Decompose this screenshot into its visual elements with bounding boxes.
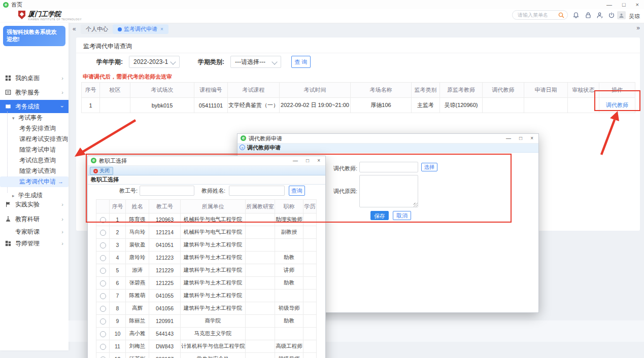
select-teacher-button[interactable]: 选择 xyxy=(421,163,437,171)
dialog-titlebar: e 调代教师申请 — □ × xyxy=(238,134,538,144)
radio-button[interactable] xyxy=(100,356,106,358)
sidebar-item-exam-info-query[interactable]: 考试信息查询 xyxy=(0,155,69,166)
radio-button[interactable] xyxy=(100,344,106,350)
substitute-reason-textarea[interactable] xyxy=(359,175,418,207)
cell-staff-id: 041056 xyxy=(149,302,181,315)
staff-row[interactable]: 12 江芳彬 990127 学生与安全处 初级导师 xyxy=(96,353,317,358)
staff-row[interactable]: 3 裴钦盈 041051 建筑科学与土木工程学院 xyxy=(96,239,317,252)
cell-degree xyxy=(303,277,317,290)
home-page-tab[interactable]: e 首页 xyxy=(3,1,22,9)
radio-button[interactable] xyxy=(100,331,106,337)
radio-button[interactable] xyxy=(100,242,106,248)
app-window: e 首页 — □ × 厦门工学院 XIAMEN INSTITUTE OF TEC… xyxy=(0,0,644,358)
power-icon[interactable] xyxy=(608,12,615,19)
save-button[interactable]: 保存 xyxy=(370,211,389,220)
sidebar-item-education-research[interactable]: 教育科研 › xyxy=(0,212,69,226)
radio-button[interactable] xyxy=(100,293,106,299)
radio-button[interactable] xyxy=(100,318,106,325)
staff-row[interactable]: 8 高辉 041056 建筑科学与土木工程学院 初级导师 xyxy=(96,302,317,315)
content-tabstrip: « 个人中心 监考调代申请 × » xyxy=(71,23,644,37)
sidebar-item-label: 教学服务 xyxy=(15,88,40,97)
staff-id-input[interactable] xyxy=(140,186,194,196)
cell-radio xyxy=(96,315,110,328)
sidebar-collapse-toggle[interactable]: « xyxy=(73,25,76,32)
radio-button[interactable] xyxy=(100,268,106,274)
sub-item-label: 随堂考试查询 xyxy=(19,167,56,174)
dialog-minimize-button[interactable]: — xyxy=(506,134,511,143)
radio-button[interactable] xyxy=(100,230,106,236)
table-row: 1 bybk015 05411101 文学经典鉴赏（一） 2022-09-02 … xyxy=(82,98,635,113)
sub-item-label: 监考调代申请 xyxy=(19,178,56,185)
cell-name: 陈丽兰 xyxy=(126,315,149,328)
radio-button[interactable] xyxy=(100,280,106,287)
term-select[interactable]: 2022-2023-1 xyxy=(129,56,180,68)
staff-row[interactable]: 10 高小雅 544143 马克思主义学院 xyxy=(96,328,317,340)
window-minimize-button[interactable]: — xyxy=(606,0,612,9)
staff-row[interactable]: 2 马向玲 121214 机械科学与电气工程学院 副教授 xyxy=(96,226,317,239)
sidebar-item-teaching-services[interactable]: 教学服务 › xyxy=(0,86,69,99)
staff-row[interactable]: 11 刘梅兰 DW843 计算机科学与信息工程学院 高级工程师 xyxy=(96,340,317,353)
staff-query-button[interactable]: 查询 xyxy=(289,186,305,196)
dialog-tabbar: × 调代教师申请 xyxy=(238,144,538,153)
search-icon[interactable] xyxy=(558,12,564,18)
sidebar-item-class-exam-query[interactable]: 随堂考试查询 xyxy=(0,166,69,176)
staff-row[interactable]: 5 游涛 121229 建筑科学与土木工程学院 讲师 xyxy=(96,264,317,277)
column-header: 学历 xyxy=(303,200,317,213)
tab-close-icon[interactable]: × xyxy=(160,24,163,34)
cell-exam-room: 厚德106 xyxy=(351,98,412,113)
sidebar-item-mentor-management[interactable]: 导师管理 › xyxy=(0,237,69,250)
type-select[interactable]: ---请选择--- xyxy=(230,56,281,68)
staff-name-input[interactable] xyxy=(229,186,285,196)
dialog-close-button[interactable]: × xyxy=(530,134,533,143)
tabstrip-expand-toggle[interactable]: » xyxy=(636,24,640,31)
radio-button[interactable] xyxy=(100,217,106,223)
cell-index: 9 xyxy=(110,315,126,328)
substitute-teacher-link[interactable]: 调代教师 xyxy=(606,102,628,108)
radio-button[interactable] xyxy=(100,306,106,312)
sidebar-item-invigilation-substitute-application[interactable]: 监考调代申请 → xyxy=(0,176,69,187)
staff-row[interactable]: 1 陈育强 120963 机械科学与电气工程学院 助理实验师 xyxy=(96,213,317,226)
user-name[interactable]: 吴琼 xyxy=(629,13,640,20)
radio-button[interactable] xyxy=(100,255,106,261)
tree-node-label: 考试事务 xyxy=(18,114,43,121)
close-toolbar-button[interactable]: × 关闭 xyxy=(90,167,113,175)
tree-node-exam-affairs[interactable]: ▾ 考试事务 xyxy=(0,112,69,123)
cell-title: 初级导师 xyxy=(275,302,303,315)
menu-search xyxy=(512,10,568,20)
sidebar-item-my-desktop[interactable]: 我的桌面 › xyxy=(0,71,69,85)
menu-search-input[interactable] xyxy=(513,12,558,18)
cell-radio xyxy=(96,277,110,290)
sidebar-item-course-exam-arrangement-query[interactable]: 课程考试安排查询 xyxy=(0,134,69,145)
sidebar-item-exam-scores[interactable]: 考务成绩 › xyxy=(0,100,69,113)
column-header: 所属教研室 xyxy=(246,200,275,213)
cell-unit: 建筑科学与土木工程学院 xyxy=(181,239,246,252)
window-close-button[interactable]: × xyxy=(636,0,639,9)
sidebar-item-exam-arrangement-query[interactable]: 考务安排查询 xyxy=(0,123,69,134)
cancel-button[interactable]: 取消 xyxy=(393,211,411,220)
column-header: 姓名 xyxy=(126,200,149,213)
window-maximize-button[interactable]: □ xyxy=(622,0,626,9)
tab-invigilation-substitute[interactable]: 监考调代申请 × xyxy=(113,24,168,34)
cell-unit: 商学院 xyxy=(181,315,246,328)
substitute-teacher-input[interactable] xyxy=(359,162,418,172)
cell-office xyxy=(246,277,275,290)
staff-row[interactable]: 6 张碧燕 121225 建筑科学与土木工程学院 助教 xyxy=(96,277,317,290)
close-tab-icon[interactable]: × xyxy=(240,145,245,150)
tab-personal-center[interactable]: 个人中心 xyxy=(81,24,113,34)
dialog-maximize-button[interactable]: □ xyxy=(306,156,309,165)
bell-icon[interactable] xyxy=(572,12,580,19)
sidebar-item-class-exam-application[interactable]: 随堂考试申请 xyxy=(0,145,69,155)
staff-row[interactable]: 4 唐玲玲 121223 建筑科学与土木工程学院 助教 xyxy=(96,252,317,264)
dialog-maximize-button[interactable]: □ xyxy=(519,134,522,143)
query-button[interactable]: 查 询 xyxy=(291,56,311,68)
user-edit-icon[interactable] xyxy=(596,12,603,19)
sidebar-item-practice-experiment[interactable]: 实践实验 › xyxy=(0,198,69,211)
avatar[interactable] xyxy=(617,11,626,19)
staff-row[interactable]: 9 陈丽兰 120991 商学院 助教 xyxy=(96,315,317,328)
lock-icon[interactable] xyxy=(585,12,592,19)
staff-row[interactable]: 7 陈雅萌 041055 建筑科学与土木工程学院 xyxy=(96,290,317,302)
dialog-minimize-button[interactable]: — xyxy=(293,156,298,165)
cell-index: 7 xyxy=(110,290,126,302)
dialog-close-button[interactable]: × xyxy=(317,156,320,165)
column-header: 审核状态 xyxy=(568,83,599,98)
